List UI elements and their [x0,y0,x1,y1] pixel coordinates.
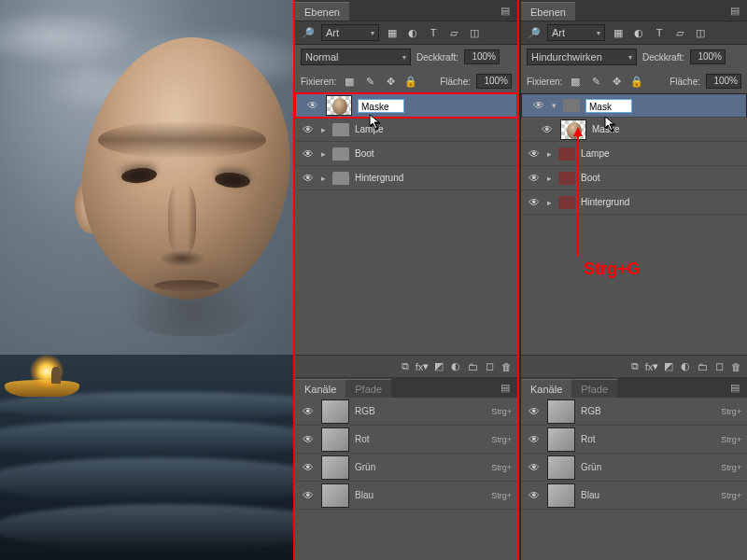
channel-rot[interactable]: 👁RotStrg+ [295,426,517,454]
delete-layer-icon[interactable]: 🗑 [728,359,743,374]
filter-type-select[interactable]: Art▾ [547,24,605,41]
layer-thumbnail[interactable] [326,95,352,116]
filter-type-select[interactable]: Art▾ [321,24,379,41]
expand-icon[interactable]: ▸ [321,174,332,183]
new-layer-icon[interactable]: ◻ [712,359,726,374]
panel-menu-icon[interactable]: ▤ [493,1,517,21]
fill-input[interactable]: 100% [476,74,512,89]
link-layers-icon[interactable]: ⧉ [398,359,413,374]
visibility-toggle[interactable]: 👁 [521,172,547,185]
new-group-icon[interactable]: 🗀 [465,359,480,374]
layer-rename-input[interactable]: Maske [358,99,404,113]
delete-layer-icon[interactable]: 🗑 [499,359,514,374]
lock-transparent-icon[interactable]: ▩ [568,74,583,89]
document-canvas[interactable] [0,0,293,560]
visibility-toggle[interactable]: 👁 [295,461,321,474]
expand-icon[interactable]: ▸ [547,174,558,183]
channel-rgb[interactable]: 👁RGBStrg+ [521,398,747,426]
adjustment-layer-icon[interactable]: ◐ [678,359,693,374]
visibility-toggle[interactable]: 👁 [521,196,547,209]
tab-layers[interactable]: Ebenen [521,2,575,21]
tab-paths[interactable]: Pfade [571,379,617,398]
expand-icon[interactable]: ▸ [321,125,332,134]
tab-layers[interactable]: Ebenen [295,2,349,21]
layer-boot[interactable]: 👁 ▸ Boot [295,142,517,166]
channel-thumbnail [547,455,575,480]
channel-rgb[interactable]: 👁RGBStrg+ [295,398,517,426]
new-group-icon[interactable]: 🗀 [695,359,710,374]
visibility-toggle[interactable]: 👁 [300,99,326,112]
panel-menu-icon[interactable]: ▤ [723,378,747,398]
expand-icon[interactable]: ▸ [547,198,558,207]
blend-mode-select[interactable]: Normal▾ [301,49,411,65]
lock-position-icon[interactable]: ✥ [609,74,624,89]
filter-smart-icon[interactable]: ◫ [467,25,482,40]
filter-type-icon[interactable]: T [652,25,667,40]
tab-channels[interactable]: Kanäle [295,379,345,398]
brow [98,121,266,159]
visibility-toggle[interactable]: 👁 [534,123,560,136]
lock-all-icon[interactable]: 🔒 [403,74,418,89]
layer-lampe[interactable]: 👁 ▸ Lampe [521,142,747,166]
visibility-toggle[interactable]: 👁 [295,172,321,185]
visibility-toggle[interactable]: 👁 [295,433,321,446]
filter-label: Art [552,27,565,38]
filter-type-icon[interactable]: T [426,25,441,40]
fx-icon[interactable]: fx▾ [415,359,430,374]
channel-gruen[interactable]: 👁GrünStrg+ [295,454,517,482]
lock-pixels-icon[interactable]: ✎ [588,74,603,89]
fx-icon[interactable]: fx▾ [644,359,659,374]
lock-position-icon[interactable]: ✥ [383,74,398,89]
fill-input[interactable]: 100% [706,74,741,89]
layer-lampe[interactable]: 👁 ▸ Lampe [295,118,517,142]
filter-pixel-icon[interactable]: ▦ [385,25,400,40]
tab-paths[interactable]: Pfade [345,379,391,398]
expand-icon[interactable]: ▸ [547,149,558,159]
channel-gruen[interactable]: 👁GrünStrg+ [521,454,747,482]
tab-channels[interactable]: Kanäle [521,379,571,398]
visibility-toggle[interactable]: 👁 [521,147,547,161]
add-mask-icon[interactable]: ◩ [431,359,446,374]
opacity-input[interactable]: 100% [464,49,500,64]
visibility-toggle[interactable]: 👁 [295,147,321,161]
group-rename-input[interactable]: Mask [585,99,632,113]
visibility-toggle[interactable]: 👁 [295,405,321,418]
layer-boot[interactable]: 👁 ▸ Boot [521,166,747,190]
layer-maske[interactable]: 👁 Maske [295,93,517,118]
layer-maske[interactable]: 👁 Maske [521,118,747,142]
link-layers-icon[interactable]: ⧉ [627,359,642,374]
lock-transparent-icon[interactable]: ▩ [342,74,357,89]
channel-blau[interactable]: 👁BlauStrg+ [521,482,747,510]
visibility-toggle[interactable]: 👁 [521,489,547,502]
visibility-toggle[interactable]: 👁 [521,433,547,446]
layer-hintergrund[interactable]: 👁 ▸ Hintergrund [295,166,517,190]
channel-blau[interactable]: 👁BlauStrg+ [295,482,517,510]
collapse-icon[interactable]: ▾ [552,101,563,110]
filter-shape-icon[interactable]: ▱ [446,25,461,40]
new-layer-icon[interactable]: ◻ [482,359,497,374]
panel-menu-icon[interactable]: ▤ [493,378,517,398]
add-mask-icon[interactable]: ◩ [661,359,676,374]
blend-mode-select[interactable]: Hindurchwirken▾ [527,49,637,65]
channel-rot[interactable]: 👁RotStrg+ [521,426,747,454]
visibility-toggle[interactable]: 👁 [295,489,321,502]
lock-pixels-icon[interactable]: ✎ [362,74,377,89]
visibility-toggle[interactable]: 👁 [521,405,547,418]
opacity-input[interactable]: 100% [690,49,726,64]
filter-adjust-icon[interactable]: ◐ [405,25,420,40]
group-mask[interactable]: 👁 ▾ Mask [521,93,747,118]
adjustment-layer-icon[interactable]: ◐ [448,359,463,374]
annotation-arrow-head [573,127,583,136]
composite-head [65,37,293,336]
panel-menu-icon[interactable]: ▤ [723,1,747,21]
expand-icon[interactable]: ▸ [321,149,332,159]
lock-all-icon[interactable]: 🔒 [629,74,644,89]
layer-hintergrund[interactable]: 👁 ▸ Hintergrund [521,190,747,215]
filter-pixel-icon[interactable]: ▦ [611,25,626,40]
visibility-toggle[interactable]: 👁 [295,123,321,136]
filter-adjust-icon[interactable]: ◐ [631,25,646,40]
visibility-toggle[interactable]: 👁 [521,461,547,474]
filter-shape-icon[interactable]: ▱ [672,25,687,40]
filter-smart-icon[interactable]: ◫ [693,25,708,40]
visibility-toggle[interactable]: 👁 [526,99,552,112]
